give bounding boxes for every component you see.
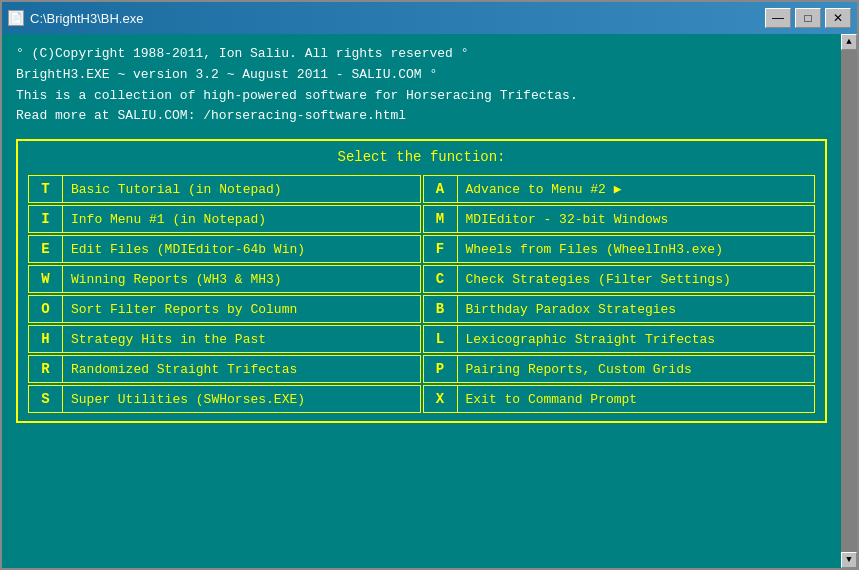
- menu-row[interactable]: F Wheels from Files (WheelInH3.exe): [423, 235, 816, 263]
- menu-row[interactable]: L Lexicographic Straight Trifectas: [423, 325, 816, 353]
- menu-label: Info Menu #1 (in Notepad): [63, 206, 274, 232]
- menu-key: A: [424, 176, 458, 202]
- menu-row[interactable]: S Super Utilities (SWHorses.EXE): [28, 385, 421, 413]
- menu-row[interactable]: T Basic Tutorial (in Notepad): [28, 175, 421, 203]
- title-bar: 📄 C:\BrightH3\BH.exe — □ ✕: [2, 2, 857, 34]
- scroll-down-button[interactable]: ▼: [841, 552, 857, 568]
- menu-label: Exit to Command Prompt: [458, 386, 646, 412]
- header-line1: ° (C)Copyright 1988-2011, Ion Saliu. All…: [16, 44, 827, 65]
- menu-row[interactable]: A Advance to Menu #2 ▶: [423, 175, 816, 203]
- menu-row[interactable]: X Exit to Command Prompt: [423, 385, 816, 413]
- menu-key: E: [29, 236, 63, 262]
- menu-title: Select the function:: [28, 149, 815, 165]
- menu-row[interactable]: O Sort Filter Reports by Column: [28, 295, 421, 323]
- menu-label: Sort Filter Reports by Column: [63, 296, 305, 322]
- window-body: ° (C)Copyright 1988-2011, Ion Saliu. All…: [2, 34, 857, 568]
- menu-key: C: [424, 266, 458, 292]
- menu-label: Randomized Straight Trifectas: [63, 356, 305, 382]
- menu-label: Check Strategies (Filter Settings): [458, 266, 739, 292]
- scroll-track[interactable]: [841, 50, 857, 552]
- header-line3: This is a collection of high-powered sof…: [16, 86, 827, 107]
- title-bar-left: 📄 C:\BrightH3\BH.exe: [8, 10, 143, 26]
- menu-key: S: [29, 386, 63, 412]
- menu-row[interactable]: M MDIEditor - 32-bit Windows: [423, 205, 816, 233]
- menu-label: Birthday Paradox Strategies: [458, 296, 685, 322]
- header-line4: Read more at SALIU.COM: /horseracing-sof…: [16, 106, 827, 127]
- menu-label: Basic Tutorial (in Notepad): [63, 176, 290, 202]
- window-controls: — □ ✕: [765, 8, 851, 28]
- scroll-up-button[interactable]: ▲: [841, 34, 857, 50]
- window-title: C:\BrightH3\BH.exe: [30, 11, 143, 26]
- content-area: ° (C)Copyright 1988-2011, Ion Saliu. All…: [2, 34, 841, 568]
- menu-key: R: [29, 356, 63, 382]
- menu-key: T: [29, 176, 63, 202]
- menu-grid: T Basic Tutorial (in Notepad) A Advance …: [28, 175, 815, 413]
- menu-row[interactable]: R Randomized Straight Trifectas: [28, 355, 421, 383]
- maximize-button[interactable]: □: [795, 8, 821, 28]
- menu-key: H: [29, 326, 63, 352]
- window-icon: 📄: [8, 10, 24, 26]
- menu-key: W: [29, 266, 63, 292]
- menu-label: Pairing Reports, Custom Grids: [458, 356, 700, 382]
- menu-key: F: [424, 236, 458, 262]
- menu-key: O: [29, 296, 63, 322]
- menu-label: Winning Reports (WH3 & MH3): [63, 266, 290, 292]
- menu-key: I: [29, 206, 63, 232]
- menu-label: Super Utilities (SWHorses.EXE): [63, 386, 313, 412]
- menu-label: Strategy Hits in the Past: [63, 326, 274, 352]
- menu-row[interactable]: B Birthday Paradox Strategies: [423, 295, 816, 323]
- close-button[interactable]: ✕: [825, 8, 851, 28]
- menu-row[interactable]: P Pairing Reports, Custom Grids: [423, 355, 816, 383]
- menu-row[interactable]: H Strategy Hits in the Past: [28, 325, 421, 353]
- menu-label: Lexicographic Straight Trifectas: [458, 326, 724, 352]
- menu-label: Advance to Menu #2 ▶: [458, 176, 630, 202]
- main-window: 📄 C:\BrightH3\BH.exe — □ ✕ ° (C)Copyrigh…: [0, 0, 859, 570]
- menu-row[interactable]: W Winning Reports (WH3 & MH3): [28, 265, 421, 293]
- menu-key: B: [424, 296, 458, 322]
- menu-label: Wheels from Files (WheelInH3.exe): [458, 236, 731, 262]
- menu-row[interactable]: E Edit Files (MDIEditor-64b Win): [28, 235, 421, 263]
- menu-box: Select the function: T Basic Tutorial (i…: [16, 139, 827, 423]
- header-line2: BrightH3.EXE ~ version 3.2 ~ August 2011…: [16, 65, 827, 86]
- menu-key: X: [424, 386, 458, 412]
- menu-row[interactable]: C Check Strategies (Filter Settings): [423, 265, 816, 293]
- scrollbar: ▲ ▼: [841, 34, 857, 568]
- menu-key: M: [424, 206, 458, 232]
- minimize-button[interactable]: —: [765, 8, 791, 28]
- menu-label: MDIEditor - 32-bit Windows: [458, 206, 677, 232]
- menu-key: L: [424, 326, 458, 352]
- menu-label: Edit Files (MDIEditor-64b Win): [63, 236, 313, 262]
- menu-key: P: [424, 356, 458, 382]
- header-text: ° (C)Copyright 1988-2011, Ion Saliu. All…: [16, 44, 827, 127]
- menu-row[interactable]: I Info Menu #1 (in Notepad): [28, 205, 421, 233]
